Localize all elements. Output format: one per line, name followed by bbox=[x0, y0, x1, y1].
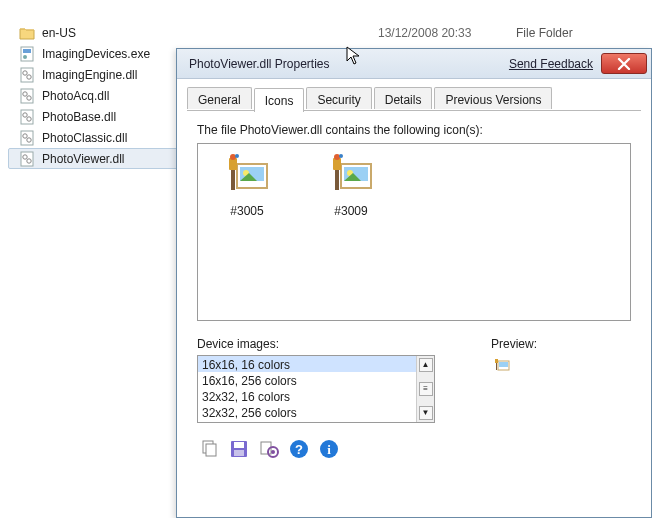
svg-rect-40 bbox=[234, 450, 244, 456]
file-name: PhotoViewer.dll bbox=[42, 152, 125, 166]
icon-item[interactable]: #3005 bbox=[212, 154, 282, 310]
file-name: ImagingEngine.dll bbox=[42, 68, 137, 82]
info-button[interactable]: i bbox=[317, 437, 341, 461]
tab-strip: General Icons Security Details Previous … bbox=[187, 87, 641, 111]
scroll-up-button[interactable]: ▲ bbox=[419, 358, 433, 372]
device-images-list[interactable]: 16x16, 16 colors 16x16, 256 colors 32x32… bbox=[197, 355, 435, 423]
device-images-label: Device images: bbox=[197, 337, 457, 351]
file-name: ImagingDevices.exe bbox=[42, 47, 150, 61]
panel-heading: The file PhotoViewer.dll contains the fo… bbox=[197, 123, 631, 137]
file-name: PhotoClassic.dll bbox=[42, 131, 127, 145]
file-name: PhotoAcq.dll bbox=[42, 89, 109, 103]
svg-rect-3 bbox=[21, 68, 33, 82]
scrollbar[interactable]: ▲ ≡ ▼ bbox=[416, 356, 434, 422]
dll-icon bbox=[18, 130, 36, 146]
svg-rect-35 bbox=[496, 363, 497, 370]
svg-rect-15 bbox=[21, 152, 33, 166]
titlebar[interactable]: PhotoViewer.dll Properties Send Feedback bbox=[177, 49, 651, 79]
preview-label: Preview: bbox=[491, 337, 537, 351]
preview-icon bbox=[491, 355, 513, 377]
icon-caption: #3005 bbox=[212, 204, 282, 218]
svg-point-30 bbox=[339, 154, 343, 158]
folder-icon bbox=[18, 25, 36, 41]
svg-text:?: ? bbox=[295, 442, 303, 457]
svg-rect-34 bbox=[495, 359, 498, 363]
help-button[interactable]: ? bbox=[287, 437, 311, 461]
svg-point-22 bbox=[230, 154, 236, 160]
dll-icon bbox=[18, 151, 36, 167]
icon-list[interactable]: #3005 bbox=[197, 143, 631, 321]
dll-icon bbox=[18, 67, 36, 83]
svg-rect-24 bbox=[231, 170, 235, 190]
dll-icon bbox=[18, 88, 36, 104]
svg-rect-1 bbox=[23, 49, 31, 53]
svg-point-43 bbox=[271, 450, 275, 454]
list-item[interactable]: 32x32, 256 colors bbox=[198, 404, 416, 420]
dialog-title: PhotoViewer.dll Properties bbox=[189, 57, 330, 71]
file-name: PhotoBase.dll bbox=[42, 110, 116, 124]
svg-point-29 bbox=[334, 154, 340, 160]
tab-details[interactable]: Details bbox=[374, 87, 433, 109]
dialog-body: General Icons Security Details Previous … bbox=[177, 79, 651, 471]
icon-toolbar: ? i bbox=[197, 437, 631, 461]
tab-security[interactable]: Security bbox=[306, 87, 371, 109]
list-item[interactable]: 16x16, 16 colors bbox=[198, 356, 416, 372]
tab-panel-icons: The file PhotoViewer.dll contains the fo… bbox=[187, 111, 641, 471]
send-feedback-link[interactable]: Send Feedback bbox=[509, 57, 593, 71]
svg-text:i: i bbox=[327, 442, 331, 457]
file-date: 13/12/2008 20:33 bbox=[378, 26, 471, 40]
file-row-selected[interactable]: PhotoViewer.dll bbox=[8, 148, 180, 169]
scroll-down-button[interactable]: ▼ bbox=[419, 406, 433, 420]
file-row-folder[interactable]: en-US 13/12/2008 20:33 File Folder bbox=[0, 22, 652, 43]
file-type: File Folder bbox=[516, 26, 573, 40]
svg-point-23 bbox=[235, 154, 239, 158]
resource-icon bbox=[223, 154, 271, 198]
properties-button[interactable] bbox=[257, 437, 281, 461]
svg-rect-6 bbox=[21, 89, 33, 103]
save-button[interactable] bbox=[227, 437, 251, 461]
close-button[interactable] bbox=[601, 53, 647, 74]
svg-rect-37 bbox=[206, 444, 216, 456]
tab-general[interactable]: General bbox=[187, 87, 252, 109]
properties-dialog: PhotoViewer.dll Properties Send Feedback… bbox=[176, 48, 652, 518]
scroll-thumb[interactable]: ≡ bbox=[419, 382, 433, 396]
svg-point-2 bbox=[23, 55, 27, 59]
file-name: en-US bbox=[42, 26, 76, 40]
svg-rect-31 bbox=[335, 170, 339, 190]
svg-rect-39 bbox=[234, 442, 244, 448]
dll-icon bbox=[18, 109, 36, 125]
svg-rect-33 bbox=[499, 362, 508, 367]
tab-previous-versions[interactable]: Previous Versions bbox=[434, 87, 552, 109]
icon-caption: #3009 bbox=[316, 204, 386, 218]
list-item[interactable]: 32x32, 16 colors bbox=[198, 388, 416, 404]
list-item[interactable]: 16x16, 256 colors bbox=[198, 372, 416, 388]
exe-icon bbox=[18, 46, 36, 62]
copy-button[interactable] bbox=[197, 437, 221, 461]
svg-rect-12 bbox=[21, 131, 33, 145]
svg-rect-9 bbox=[21, 110, 33, 124]
tab-icons[interactable]: Icons bbox=[254, 88, 305, 112]
resource-icon bbox=[327, 154, 375, 198]
close-icon bbox=[617, 58, 631, 70]
icon-item[interactable]: #3009 bbox=[316, 154, 386, 310]
